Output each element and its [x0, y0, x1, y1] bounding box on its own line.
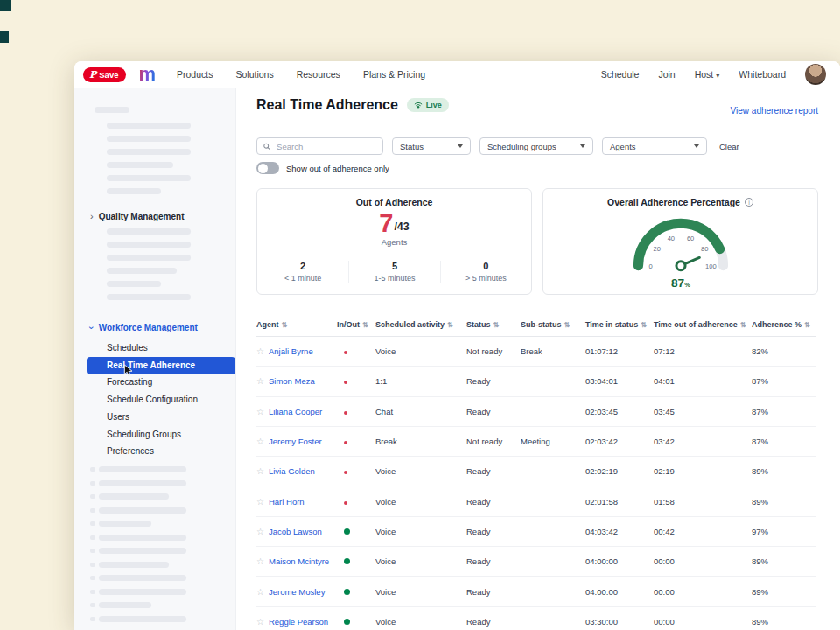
info-icon[interactable]: i	[745, 198, 753, 206]
in-adherence-dot-icon	[344, 619, 350, 625]
nav-item-resources[interactable]: Resources	[297, 69, 340, 80]
nav-item-plans-pricing[interactable]: Plans & Pricing	[363, 69, 425, 80]
agent-link[interactable]: Anjali Byrne	[269, 346, 313, 356]
sort-icon[interactable]: ⇅	[447, 321, 453, 329]
column-header-status[interactable]: Status⇅	[466, 320, 521, 329]
table-row: ☆Liliana CooperChatReady02:03:4503:4587%	[256, 397, 816, 427]
agent-link[interactable]: Hari Horn	[269, 497, 304, 507]
filter-dropdown-scheduling-groups[interactable]: Scheduling groups	[480, 137, 593, 155]
time-out-of-adherence-cell: 02:19	[654, 466, 752, 476]
agent-link[interactable]: Livia Golden	[269, 466, 315, 476]
agent-link[interactable]: Jerome Mosley	[269, 587, 325, 597]
star-icon[interactable]: ☆	[256, 346, 264, 356]
agent-link[interactable]: Jacob Lawson	[269, 527, 322, 536]
skeleton-dash	[90, 549, 95, 553]
inout-cell	[337, 556, 375, 566]
time-in-status-cell: 02:01:58	[585, 497, 654, 507]
skeleton-bar	[99, 521, 151, 527]
filter-dropdown-agents[interactable]: Agents	[602, 137, 707, 155]
sort-icon[interactable]: ⇅	[564, 321, 570, 329]
star-icon[interactable]: ☆	[256, 466, 264, 476]
out-of-adherence-toggle[interactable]	[256, 162, 279, 174]
column-header-scheduled-activity[interactable]: Scheduled activity⇅	[375, 320, 466, 329]
dropdown-label: Status	[400, 142, 424, 151]
skeleton-dash	[90, 481, 95, 486]
clear-filters-button[interactable]: Clear	[719, 142, 739, 151]
sidebar-section-label: Quality Management	[99, 212, 185, 221]
sidebar-item-quality-management[interactable]: › Quality Management	[90, 209, 184, 223]
search-input[interactable]	[275, 141, 376, 152]
live-badge-label: Live	[426, 101, 442, 109]
sidebar-item-schedule-configuration[interactable]: Schedule Configuration	[87, 391, 235, 409]
sort-icon[interactable]: ⇅	[282, 321, 288, 329]
sidebar-item-forecasting[interactable]: Forecasting	[87, 374, 235, 391]
star-icon[interactable]: ☆	[256, 437, 264, 446]
star-icon[interactable]: ☆	[256, 407, 264, 416]
time-in-status-cell: 02:03:42	[585, 437, 654, 446]
sidebar-item-real-time-adherence[interactable]: Real Time Adherence	[87, 357, 235, 374]
sort-icon[interactable]: ⇅	[804, 321, 810, 329]
view-adherence-report-link[interactable]: View adherence report	[731, 106, 818, 116]
star-icon[interactable]: ☆	[256, 587, 264, 597]
sort-icon[interactable]: ⇅	[640, 321, 647, 329]
nav-item-solutions[interactable]: Solutions	[235, 69, 273, 80]
skeleton-dash	[90, 563, 95, 567]
nav-item-whiteboard[interactable]: Whiteboard	[738, 69, 786, 80]
chevron-down-icon: ▾	[716, 72, 719, 80]
nav-item-join[interactable]: Join	[658, 69, 675, 80]
agent-link[interactable]: Simon Meza	[269, 376, 315, 386]
sort-icon[interactable]: ⇅	[494, 321, 500, 329]
status-cell: Ready	[466, 376, 521, 386]
sidebar-item-schedules[interactable]: Schedules	[87, 340, 235, 357]
sidebar-item-workforce-management[interactable]: › Workforce Management	[90, 320, 198, 334]
skeleton-dash	[90, 590, 95, 594]
agent-link[interactable]: Maison Mcintyre	[269, 556, 329, 566]
nav-item-schedule[interactable]: Schedule	[601, 69, 640, 80]
sidebar-item-users[interactable]: Users	[87, 409, 235, 426]
agent-link[interactable]: Jeremy Foster	[269, 437, 322, 446]
scheduled-activity-cell: Voice	[375, 466, 466, 476]
nav-item-products[interactable]: Products	[177, 69, 213, 80]
skeleton-dash	[90, 603, 95, 607]
skeleton-bar	[99, 602, 151, 608]
time-out-of-adherence-cell: 01:58	[654, 497, 752, 507]
star-icon[interactable]: ☆	[256, 617, 264, 626]
avatar[interactable]	[805, 64, 826, 85]
pinterest-save-label: Save	[99, 70, 118, 80]
column-header-sub-status[interactable]: Sub-status⇅	[521, 320, 585, 329]
dropdown-label: Agents	[610, 142, 636, 151]
star-icon[interactable]: ☆	[256, 556, 264, 566]
gauge-tick: 100	[705, 262, 717, 270]
status-cell: Ready	[466, 587, 521, 597]
app-window: P Save m ProductsSolutionsResourcesPlans…	[74, 61, 840, 630]
table-row: ☆Hari HornVoiceReady02:01:5801:5889%	[256, 486, 816, 516]
agent-cell: ☆Anjali Byrne	[256, 346, 337, 356]
nav-item-host[interactable]: Host▾	[695, 69, 720, 80]
sidebar-item-scheduling-groups[interactable]: Scheduling Groups	[87, 426, 235, 444]
skeleton-bar	[107, 255, 191, 261]
breakdown-value: 0	[441, 261, 531, 271]
agent-link[interactable]: Reggie Pearson	[269, 617, 328, 626]
column-header-in-out[interactable]: In/Out⇅	[337, 320, 375, 329]
pinterest-save-button[interactable]: P Save	[83, 67, 126, 82]
sub-status-cell: Break	[521, 346, 585, 356]
app-logo[interactable]: m	[138, 65, 156, 84]
skeleton-bar	[107, 294, 191, 300]
column-header-agent[interactable]: Agent⇅	[256, 320, 337, 329]
gauge-value-label: 87%	[671, 276, 690, 290]
star-icon[interactable]: ☆	[256, 497, 264, 507]
column-header-adherence-[interactable]: Adherence %⇅	[752, 320, 816, 329]
agent-link[interactable]: Liliana Cooper	[269, 407, 322, 416]
column-header-time-out-of-adherence[interactable]: Time out of adherence⇅	[654, 320, 752, 329]
inout-cell	[337, 376, 375, 386]
sort-icon[interactable]: ⇅	[740, 321, 746, 329]
sidebar-item-preferences[interactable]: Preferences	[87, 443, 235, 460]
column-header-time-in-status[interactable]: Time in status⇅	[585, 320, 654, 329]
star-icon[interactable]: ☆	[256, 376, 264, 386]
status-cell: Ready	[466, 527, 521, 536]
star-icon[interactable]: ☆	[256, 527, 264, 536]
status-cell: Ready	[466, 466, 521, 476]
sort-icon[interactable]: ⇅	[362, 321, 368, 329]
filter-dropdown-status[interactable]: Status	[392, 137, 471, 155]
card-title: Overall Adherence Percentage i	[543, 197, 817, 207]
